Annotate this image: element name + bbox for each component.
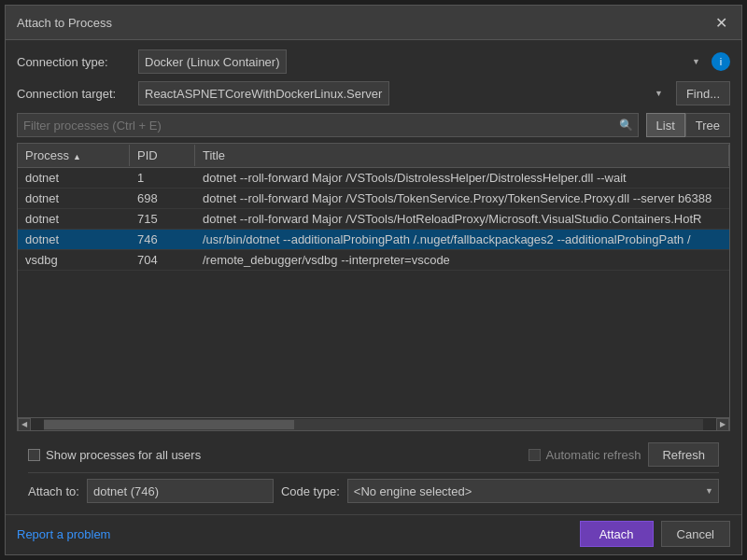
attach-to-row: Attach to: Code type: <No engine selecte… bbox=[28, 472, 719, 503]
scroll-right-arrow[interactable]: ▶ bbox=[716, 418, 729, 431]
pid-cell: 715 bbox=[130, 210, 195, 228]
process-cell: vsdbg bbox=[18, 251, 130, 269]
process-cell: dotnet bbox=[18, 231, 130, 248]
view-buttons: List Tree bbox=[646, 113, 730, 137]
horizontal-scrollbar[interactable]: ◀ ▶ bbox=[18, 417, 729, 430]
close-button[interactable]: ✕ bbox=[712, 13, 730, 32]
filter-input-wrapper: 🔍 bbox=[17, 113, 639, 137]
table-header: Process PID Title bbox=[18, 144, 729, 168]
connection-type-row: Connection type: Docker (Linux Container… bbox=[17, 49, 730, 74]
process-cell: dotnet bbox=[18, 189, 130, 207]
show-all-users-label[interactable]: Show processes for all users bbox=[28, 448, 201, 462]
report-problem-link[interactable]: Report a problem bbox=[17, 527, 110, 541]
connection-target-label: Connection target: bbox=[17, 87, 138, 101]
title-column-header[interactable]: Title bbox=[195, 145, 729, 166]
connection-target-row: Connection target: ReactASPNETCoreWithDo… bbox=[17, 81, 730, 105]
dialog-content: Connection type: Docker (Linux Container… bbox=[6, 40, 741, 514]
refresh-button[interactable]: Refresh bbox=[648, 442, 719, 467]
pid-column-header[interactable]: PID bbox=[130, 145, 195, 166]
filter-row: 🔍 List Tree bbox=[17, 113, 730, 137]
table-row[interactable]: dotnet 746 /usr/bin/dotnet --additionalP… bbox=[18, 230, 729, 250]
title-cell: /usr/bin/dotnet --additionalProbingPath … bbox=[195, 231, 727, 248]
dialog-title: Attach to Process bbox=[17, 16, 112, 30]
table-row[interactable]: dotnet 1 dotnet --roll-forward Major /VS… bbox=[18, 168, 729, 189]
bottom-bar: Show processes for all users Automatic r… bbox=[17, 437, 730, 509]
connection-target-select-wrapper: ReactASPNETCoreWithDockerLinux.Server bbox=[138, 81, 669, 105]
title-cell: dotnet --roll-forward Major /VSTools/Tok… bbox=[195, 189, 727, 207]
cancel-button[interactable]: Cancel bbox=[661, 521, 730, 547]
show-all-users-checkbox[interactable] bbox=[28, 449, 40, 461]
table-row[interactable]: vsdbg 704 /remote_debugger/vsdbg --inter… bbox=[18, 250, 729, 271]
scroll-left-arrow[interactable]: ◀ bbox=[18, 418, 31, 431]
attach-to-process-dialog: Attach to Process ✕ Connection type: Doc… bbox=[5, 5, 742, 555]
process-table: Process PID Title dotnet 1 dotnet --roll… bbox=[17, 143, 730, 431]
title-cell: dotnet --roll-forward Major /VSTools/Dis… bbox=[195, 169, 727, 187]
pid-cell: 1 bbox=[130, 169, 195, 187]
sort-asc-icon bbox=[73, 148, 81, 162]
connection-target-select[interactable]: ReactASPNETCoreWithDockerLinux.Server bbox=[138, 81, 389, 105]
code-type-label: Code type: bbox=[281, 484, 340, 498]
search-icon: 🔍 bbox=[619, 119, 633, 132]
filter-input[interactable] bbox=[17, 113, 639, 137]
pid-cell: 746 bbox=[130, 231, 195, 248]
process-column-header[interactable]: Process bbox=[18, 145, 130, 166]
find-button[interactable]: Find... bbox=[676, 81, 730, 105]
attach-button[interactable]: Attach bbox=[580, 521, 654, 547]
list-view-button[interactable]: List bbox=[646, 113, 685, 137]
connection-type-select[interactable]: Docker (Linux Container) bbox=[138, 49, 287, 74]
table-row[interactable]: dotnet 698 dotnet --roll-forward Major /… bbox=[18, 189, 729, 209]
pid-cell: 698 bbox=[130, 189, 195, 207]
scrollbar-track[interactable] bbox=[44, 419, 703, 430]
footer: Report a problem Attach Cancel bbox=[6, 514, 741, 554]
table-row[interactable]: dotnet 715 dotnet --roll-forward Major /… bbox=[18, 209, 729, 230]
right-controls: Automatic refresh Refresh bbox=[529, 442, 719, 467]
title-cell: /remote_debugger/vsdbg --interpreter=vsc… bbox=[195, 251, 727, 269]
info-icon[interactable]: i bbox=[712, 52, 730, 71]
table-body: dotnet 1 dotnet --roll-forward Major /VS… bbox=[18, 168, 729, 417]
process-cell: dotnet bbox=[18, 169, 130, 187]
action-buttons: Attach Cancel bbox=[580, 521, 730, 547]
auto-refresh-label[interactable]: Automatic refresh bbox=[529, 448, 641, 462]
auto-refresh-checkbox[interactable] bbox=[529, 449, 541, 461]
tree-view-button[interactable]: Tree bbox=[685, 113, 730, 137]
scrollbar-thumb[interactable] bbox=[44, 420, 294, 429]
title-cell: dotnet --roll-forward Major /VSTools/Hot… bbox=[195, 210, 727, 228]
checkbox-row: Show processes for all users Automatic r… bbox=[28, 442, 719, 467]
code-type-select[interactable]: <No engine selected> bbox=[347, 479, 719, 503]
title-bar: Attach to Process ✕ bbox=[6, 6, 741, 40]
code-type-select-wrapper: <No engine selected> bbox=[347, 479, 719, 503]
attach-to-label: Attach to: bbox=[28, 484, 79, 498]
connection-type-label: Connection type: bbox=[17, 55, 138, 69]
attach-to-input[interactable] bbox=[87, 479, 274, 503]
pid-cell: 704 bbox=[130, 251, 195, 269]
connection-type-select-wrapper: Docker (Linux Container) bbox=[138, 49, 706, 74]
process-cell: dotnet bbox=[18, 210, 130, 228]
